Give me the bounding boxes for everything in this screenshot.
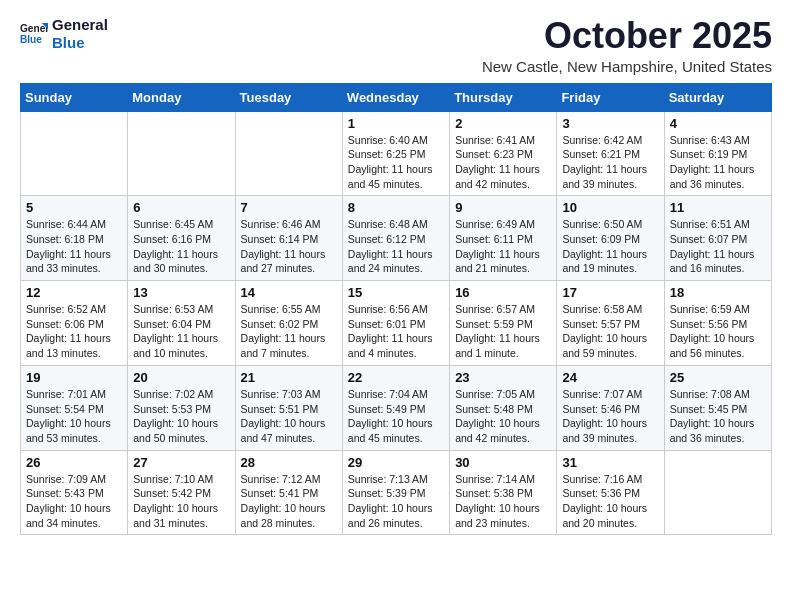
day-cell: 28Sunrise: 7:12 AM Sunset: 5:41 PM Dayli… — [235, 450, 342, 535]
day-info: Sunrise: 7:12 AM Sunset: 5:41 PM Dayligh… — [241, 472, 337, 531]
title-block: October 2025 New Castle, New Hampshire, … — [482, 16, 772, 75]
day-info: Sunrise: 6:59 AM Sunset: 5:56 PM Dayligh… — [670, 302, 766, 361]
day-info: Sunrise: 7:01 AM Sunset: 5:54 PM Dayligh… — [26, 387, 122, 446]
day-cell: 3Sunrise: 6:42 AM Sunset: 6:21 PM Daylig… — [557, 111, 664, 196]
day-number: 8 — [348, 200, 444, 215]
day-number: 10 — [562, 200, 658, 215]
col-monday: Monday — [128, 83, 235, 111]
logo-icon: General Blue — [20, 20, 48, 48]
day-cell — [664, 450, 771, 535]
day-cell: 5Sunrise: 6:44 AM Sunset: 6:18 PM Daylig… — [21, 196, 128, 281]
day-number: 20 — [133, 370, 229, 385]
col-thursday: Thursday — [450, 83, 557, 111]
day-info: Sunrise: 6:45 AM Sunset: 6:16 PM Dayligh… — [133, 217, 229, 276]
day-number: 26 — [26, 455, 122, 470]
day-cell: 17Sunrise: 6:58 AM Sunset: 5:57 PM Dayli… — [557, 281, 664, 366]
month-title: October 2025 — [482, 16, 772, 56]
day-number: 23 — [455, 370, 551, 385]
calendar-table: Sunday Monday Tuesday Wednesday Thursday… — [20, 83, 772, 536]
logo-blue: Blue — [52, 34, 108, 52]
day-cell — [235, 111, 342, 196]
day-number: 3 — [562, 116, 658, 131]
day-info: Sunrise: 6:50 AM Sunset: 6:09 PM Dayligh… — [562, 217, 658, 276]
day-number: 24 — [562, 370, 658, 385]
day-number: 30 — [455, 455, 551, 470]
day-info: Sunrise: 7:03 AM Sunset: 5:51 PM Dayligh… — [241, 387, 337, 446]
day-info: Sunrise: 6:51 AM Sunset: 6:07 PM Dayligh… — [670, 217, 766, 276]
day-cell: 8Sunrise: 6:48 AM Sunset: 6:12 PM Daylig… — [342, 196, 449, 281]
day-info: Sunrise: 7:02 AM Sunset: 5:53 PM Dayligh… — [133, 387, 229, 446]
day-info: Sunrise: 6:53 AM Sunset: 6:04 PM Dayligh… — [133, 302, 229, 361]
day-cell: 20Sunrise: 7:02 AM Sunset: 5:53 PM Dayli… — [128, 365, 235, 450]
day-cell: 23Sunrise: 7:05 AM Sunset: 5:48 PM Dayli… — [450, 365, 557, 450]
day-info: Sunrise: 6:49 AM Sunset: 6:11 PM Dayligh… — [455, 217, 551, 276]
header: General Blue General Blue October 2025 N… — [20, 16, 772, 75]
day-info: Sunrise: 6:52 AM Sunset: 6:06 PM Dayligh… — [26, 302, 122, 361]
day-cell: 29Sunrise: 7:13 AM Sunset: 5:39 PM Dayli… — [342, 450, 449, 535]
day-cell: 15Sunrise: 6:56 AM Sunset: 6:01 PM Dayli… — [342, 281, 449, 366]
col-wednesday: Wednesday — [342, 83, 449, 111]
day-info: Sunrise: 7:16 AM Sunset: 5:36 PM Dayligh… — [562, 472, 658, 531]
day-info: Sunrise: 6:40 AM Sunset: 6:25 PM Dayligh… — [348, 133, 444, 192]
week-row-4: 19Sunrise: 7:01 AM Sunset: 5:54 PM Dayli… — [21, 365, 772, 450]
day-cell: 31Sunrise: 7:16 AM Sunset: 5:36 PM Dayli… — [557, 450, 664, 535]
day-info: Sunrise: 7:05 AM Sunset: 5:48 PM Dayligh… — [455, 387, 551, 446]
day-number: 7 — [241, 200, 337, 215]
day-cell: 30Sunrise: 7:14 AM Sunset: 5:38 PM Dayli… — [450, 450, 557, 535]
week-row-1: 1Sunrise: 6:40 AM Sunset: 6:25 PM Daylig… — [21, 111, 772, 196]
header-row: Sunday Monday Tuesday Wednesday Thursday… — [21, 83, 772, 111]
day-number: 29 — [348, 455, 444, 470]
day-info: Sunrise: 6:41 AM Sunset: 6:23 PM Dayligh… — [455, 133, 551, 192]
day-number: 28 — [241, 455, 337, 470]
day-number: 14 — [241, 285, 337, 300]
day-cell: 19Sunrise: 7:01 AM Sunset: 5:54 PM Dayli… — [21, 365, 128, 450]
day-number: 9 — [455, 200, 551, 215]
page: General Blue General Blue October 2025 N… — [0, 0, 792, 551]
day-cell: 25Sunrise: 7:08 AM Sunset: 5:45 PM Dayli… — [664, 365, 771, 450]
day-info: Sunrise: 7:09 AM Sunset: 5:43 PM Dayligh… — [26, 472, 122, 531]
day-cell: 24Sunrise: 7:07 AM Sunset: 5:46 PM Dayli… — [557, 365, 664, 450]
day-number: 18 — [670, 285, 766, 300]
day-number: 12 — [26, 285, 122, 300]
day-cell: 9Sunrise: 6:49 AM Sunset: 6:11 PM Daylig… — [450, 196, 557, 281]
day-number: 22 — [348, 370, 444, 385]
day-info: Sunrise: 6:42 AM Sunset: 6:21 PM Dayligh… — [562, 133, 658, 192]
logo: General Blue General Blue — [20, 16, 108, 52]
day-info: Sunrise: 6:48 AM Sunset: 6:12 PM Dayligh… — [348, 217, 444, 276]
day-cell: 4Sunrise: 6:43 AM Sunset: 6:19 PM Daylig… — [664, 111, 771, 196]
day-number: 4 — [670, 116, 766, 131]
col-sunday: Sunday — [21, 83, 128, 111]
day-info: Sunrise: 6:44 AM Sunset: 6:18 PM Dayligh… — [26, 217, 122, 276]
location: New Castle, New Hampshire, United States — [482, 58, 772, 75]
day-number: 16 — [455, 285, 551, 300]
day-number: 25 — [670, 370, 766, 385]
day-info: Sunrise: 7:04 AM Sunset: 5:49 PM Dayligh… — [348, 387, 444, 446]
day-cell: 22Sunrise: 7:04 AM Sunset: 5:49 PM Dayli… — [342, 365, 449, 450]
day-number: 31 — [562, 455, 658, 470]
day-info: Sunrise: 7:07 AM Sunset: 5:46 PM Dayligh… — [562, 387, 658, 446]
day-info: Sunrise: 6:55 AM Sunset: 6:02 PM Dayligh… — [241, 302, 337, 361]
day-cell: 27Sunrise: 7:10 AM Sunset: 5:42 PM Dayli… — [128, 450, 235, 535]
week-row-5: 26Sunrise: 7:09 AM Sunset: 5:43 PM Dayli… — [21, 450, 772, 535]
day-info: Sunrise: 7:13 AM Sunset: 5:39 PM Dayligh… — [348, 472, 444, 531]
day-info: Sunrise: 7:10 AM Sunset: 5:42 PM Dayligh… — [133, 472, 229, 531]
day-number: 13 — [133, 285, 229, 300]
day-number: 2 — [455, 116, 551, 131]
svg-text:Blue: Blue — [20, 34, 42, 45]
day-cell: 10Sunrise: 6:50 AM Sunset: 6:09 PM Dayli… — [557, 196, 664, 281]
day-info: Sunrise: 6:46 AM Sunset: 6:14 PM Dayligh… — [241, 217, 337, 276]
day-cell — [128, 111, 235, 196]
day-cell: 1Sunrise: 6:40 AM Sunset: 6:25 PM Daylig… — [342, 111, 449, 196]
day-number: 6 — [133, 200, 229, 215]
day-number: 27 — [133, 455, 229, 470]
week-row-3: 12Sunrise: 6:52 AM Sunset: 6:06 PM Dayli… — [21, 281, 772, 366]
day-info: Sunrise: 6:43 AM Sunset: 6:19 PM Dayligh… — [670, 133, 766, 192]
day-cell: 2Sunrise: 6:41 AM Sunset: 6:23 PM Daylig… — [450, 111, 557, 196]
day-cell — [21, 111, 128, 196]
day-number: 21 — [241, 370, 337, 385]
col-saturday: Saturday — [664, 83, 771, 111]
day-cell: 21Sunrise: 7:03 AM Sunset: 5:51 PM Dayli… — [235, 365, 342, 450]
day-cell: 18Sunrise: 6:59 AM Sunset: 5:56 PM Dayli… — [664, 281, 771, 366]
day-number: 19 — [26, 370, 122, 385]
logo-general: General — [52, 16, 108, 34]
